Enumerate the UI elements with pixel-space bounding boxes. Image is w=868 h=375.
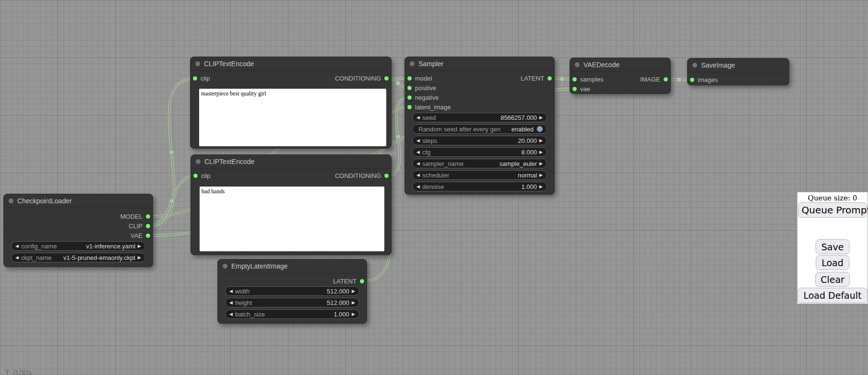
decrement-arrow-icon[interactable]: ◀ — [416, 138, 420, 143]
decrement-arrow-icon[interactable]: ◀ — [416, 150, 420, 154]
widget-label: seed — [422, 114, 436, 121]
increment-arrow-icon[interactable]: ▶ — [539, 115, 543, 120]
port-label: CLIP — [129, 223, 143, 230]
port-dot-conditioning[interactable] — [384, 174, 389, 178]
queue-menu-panel: Queue size: 0 Queue Prompt Save Load Cle… — [797, 192, 868, 304]
widget-cfg[interactable]: ◀ cfg 8.000 ▶ — [412, 147, 547, 157]
port-dot-clip[interactable] — [193, 174, 198, 178]
increment-arrow-icon[interactable]: ▶ — [352, 300, 355, 305]
node-title: CLIPTextEncode — [204, 60, 254, 68]
collapse-dot-icon[interactable] — [9, 199, 13, 203]
node-clip-text-encode-negative[interactable]: CLIPTextEncode clip CONDITIONING bad han… — [190, 154, 392, 255]
decrement-arrow-icon[interactable]: ◀ — [416, 173, 420, 177]
clear-button[interactable]: Clear — [815, 272, 850, 287]
collapse-dot-icon[interactable] — [196, 159, 201, 164]
load-button[interactable]: Load — [816, 255, 849, 270]
output-port-conditioning: CONDITIONING — [335, 172, 391, 180]
load-default-button[interactable]: Load Default — [797, 288, 868, 303]
toggle-knob-icon[interactable] — [537, 126, 543, 132]
save-button[interactable]: Save — [816, 239, 850, 254]
node-titlebar[interactable]: VAEDecode — [570, 58, 670, 72]
widget-seed[interactable]: ◀ seed 8566257.000 ▶ — [412, 113, 547, 122]
increment-arrow-icon[interactable]: ▶ — [539, 138, 543, 143]
port-dot-clip[interactable] — [146, 224, 150, 228]
port-label: images — [698, 76, 718, 83]
increment-arrow-icon[interactable]: ▶ — [138, 255, 141, 260]
port-dot-vae[interactable] — [146, 234, 150, 238]
node-titlebar[interactable]: SaveImage — [688, 59, 789, 72]
widget-value: 1.000 — [334, 311, 350, 318]
increment-arrow-icon[interactable]: ▶ — [539, 173, 543, 177]
increment-arrow-icon[interactable]: ▶ — [539, 161, 543, 166]
input-port-samples: samples — [570, 76, 603, 83]
widget-height[interactable]: ◀ height 512.000 ▶ — [225, 298, 359, 307]
decrement-arrow-icon[interactable]: ◀ — [416, 115, 420, 120]
collapse-dot-icon[interactable] — [410, 61, 415, 66]
node-empty-latent-image[interactable]: EmptyLatentImage LATENT ◀ width 512.000 … — [217, 259, 367, 324]
input-port-clip: clip — [191, 172, 211, 180]
node-checkpoint-loader[interactable]: CheckpointLoader MODEL CLIP VAE ◀ config… — [3, 194, 153, 267]
increment-arrow-icon[interactable]: ▶ — [352, 289, 355, 293]
port-dot-latent-image[interactable] — [407, 105, 412, 109]
execution-time-status: T: 0.00s — [5, 369, 32, 375]
decrement-arrow-icon[interactable]: ◀ — [229, 289, 233, 293]
widget-steps[interactable]: ◀ steps 20.000 ▶ — [412, 136, 547, 145]
node-titlebar[interactable]: CheckpointLoader — [4, 194, 153, 208]
increment-arrow-icon[interactable]: ▶ — [138, 244, 141, 248]
widget-label: sampler_name — [422, 160, 464, 167]
port-dot-model[interactable] — [146, 214, 150, 219]
node-titlebar[interactable]: EmptyLatentImage — [218, 259, 367, 273]
prompt-textarea[interactable]: masterpiece best quality girl — [199, 89, 386, 146]
port-label: CONDITIONING — [335, 75, 381, 82]
decrement-arrow-icon[interactable]: ◀ — [15, 255, 19, 260]
port-dot-negative[interactable] — [407, 95, 412, 100]
node-titlebar[interactable]: CLIPTextEncode — [191, 155, 391, 169]
widget-scheduler[interactable]: ◀ scheduler normal ▶ — [412, 170, 547, 180]
increment-arrow-icon[interactable]: ▶ — [539, 184, 543, 189]
port-dot-conditioning[interactable] — [384, 76, 389, 81]
widget-batch-size[interactable]: ◀ batch_size 1.000 ▶ — [225, 309, 359, 319]
node-titlebar[interactable]: CLIPTextEncode — [190, 57, 391, 71]
port-label: samples — [580, 76, 603, 83]
widget-config-name[interactable]: ◀ config_name v1-inference.yaml ▶ — [11, 241, 145, 251]
widget-random-seed-toggle[interactable]: Random seed after every gen enabled — [412, 124, 547, 134]
widget-denoise[interactable]: ◀ denoise 1.000 ▶ — [412, 182, 547, 191]
port-label: CONDITIONING — [335, 172, 381, 179]
port-dot-images[interactable] — [690, 78, 694, 82]
port-dot-samples[interactable] — [572, 77, 577, 82]
collapse-dot-icon[interactable] — [195, 61, 200, 66]
increment-arrow-icon[interactable]: ▶ — [352, 312, 355, 316]
decrement-arrow-icon[interactable]: ◀ — [416, 184, 420, 189]
queue-prompt-button[interactable]: Queue Prompt — [798, 202, 867, 218]
collapse-dot-icon[interactable] — [223, 264, 227, 269]
port-dot-latent[interactable] — [360, 279, 364, 283]
prompt-textarea[interactable]: bad hands — [200, 187, 384, 251]
input-port-images: images — [688, 76, 718, 84]
decrement-arrow-icon[interactable]: ◀ — [416, 161, 420, 166]
port-label: clip — [201, 75, 210, 82]
port-dot-model[interactable] — [407, 76, 412, 81]
collapse-dot-icon[interactable] — [692, 63, 697, 68]
widget-label: steps — [422, 137, 437, 144]
port-dot-clip[interactable] — [193, 76, 197, 81]
input-port-positive: positive — [405, 84, 436, 92]
collapse-dot-icon[interactable] — [575, 62, 580, 67]
node-save-image[interactable]: SaveImage images — [687, 58, 789, 85]
node-sampler[interactable]: Sampler model positive negative latent_i… — [404, 57, 555, 195]
increment-arrow-icon[interactable]: ▶ — [539, 150, 543, 154]
port-dot-vae[interactable] — [572, 87, 577, 91]
decrement-arrow-icon[interactable]: ◀ — [229, 312, 233, 316]
output-port-conditioning: CONDITIONING — [335, 75, 391, 82]
node-vae-decode[interactable]: VAEDecode samples vae IMAGE — [570, 58, 671, 94]
decrement-arrow-icon[interactable]: ◀ — [15, 244, 19, 248]
port-dot-latent[interactable] — [547, 76, 552, 81]
port-dot-positive[interactable] — [407, 86, 412, 90]
decrement-arrow-icon[interactable]: ◀ — [229, 300, 233, 305]
node-clip-text-encode-positive[interactable]: CLIPTextEncode clip CONDITIONING masterp… — [190, 57, 392, 149]
node-titlebar[interactable]: Sampler — [405, 57, 554, 71]
widget-sampler-name[interactable]: ◀ sampler_name sample_euler ▶ — [412, 159, 547, 168]
widget-ckpt-name[interactable]: ◀ ckpt_name v1-5-pruned-emaonly.ckpt ▶ — [11, 253, 145, 262]
widget-label: width — [235, 288, 250, 295]
widget-width[interactable]: ◀ width 512.000 ▶ — [225, 286, 359, 296]
port-dot-image[interactable] — [664, 77, 668, 82]
